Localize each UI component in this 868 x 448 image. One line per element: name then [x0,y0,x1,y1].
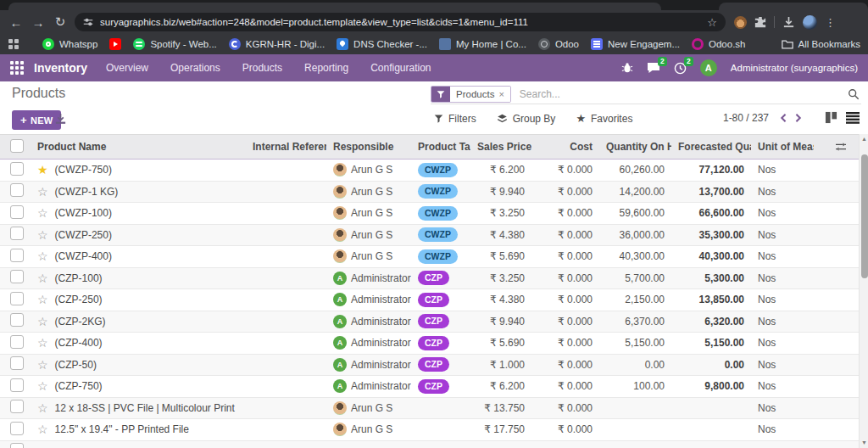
app-name[interactable]: Inventory [34,61,87,75]
header-cost[interactable]: Cost [531,141,599,153]
header-forecasted-quantity[interactable]: Forecasted Quantity [671,141,751,153]
scrollbar-thumb[interactable] [861,154,868,278]
table-row[interactable]: ☆ (CZP-2KG) A Administrator CZP ₹ 9.940 … [0,311,859,333]
profile-avatar[interactable] [803,15,817,30]
row-checkbox[interactable] [10,249,24,262]
bookmark-my-home[interactable]: My Home | Co... [439,38,526,50]
favorite-star-icon[interactable]: ☆ [37,186,48,198]
vertical-scrollbar[interactable]: ▲ ▼ [859,134,868,448]
table-row[interactable]: ☆ (CZP-750) A Administrator CZP ₹ 6.200 … [0,376,859,398]
bookmark-youtube[interactable] [109,38,121,50]
header-sales-price[interactable]: Sales Price [470,141,531,153]
pager-previous-icon[interactable] [779,113,787,123]
table-row[interactable]: ☆ (CWZP-100) Arun G S CWZP ₹ 3.250 ₹ 0.0… [0,203,859,225]
row-checkbox[interactable] [10,400,24,413]
menu-configuration[interactable]: Configuration [370,62,431,74]
row-checkbox[interactable] [10,227,24,240]
odoo-apps-menu-icon[interactable] [10,61,24,75]
favorite-star-icon[interactable]: ☆ [37,423,48,435]
bookmark-dns-checker[interactable]: DNS Checker -... [337,38,427,50]
select-all-checkbox[interactable] [10,139,24,153]
table-row[interactable]: ★ (CWZP-750) Arun G S CWZP ₹ 6.200 ₹ 0.0… [0,160,859,182]
extensions-puzzle-icon[interactable] [754,16,766,28]
forward-icon[interactable]: → [27,15,49,30]
row-checkbox[interactable] [10,183,24,197]
debug-bug-icon[interactable] [621,62,633,74]
table-row[interactable]: ☆ (CZP-400) A Administrator CZP ₹ 5.690 … [0,333,859,355]
menu-reporting[interactable]: Reporting [304,62,348,74]
messages-icon[interactable]: 2 [647,62,660,74]
favorite-star-icon[interactable]: ☆ [37,359,48,371]
favorites-button[interactable]: ★ Favorites [576,112,632,125]
search-input[interactable] [520,88,848,100]
user-avatar[interactable]: A [700,59,717,76]
bookmark-kgrn[interactable]: KGRN-HR - Digi... [229,38,325,50]
table-row[interactable]: ☆ (CZP-250) A Administrator CZP ₹ 4.380 … [0,289,859,311]
scroll-up-icon[interactable]: ▲ [860,134,868,144]
facet-remove-icon[interactable]: × [498,89,504,99]
header-product-tags[interactable]: Product Ta... [411,141,470,153]
monkey-extension-icon[interactable] [734,16,747,29]
menu-overview[interactable]: Overview [106,62,148,74]
table-row[interactable] [0,441,859,448]
favorite-star-icon[interactable]: ★ [37,164,48,176]
apps-grid-icon[interactable] [8,39,19,49]
favorite-star-icon[interactable]: ☆ [37,229,48,241]
table-row[interactable]: ☆ 12 x 18-SS | PVC File | Multicolour Pr… [0,398,859,420]
bookmark-odoo-sh[interactable]: Odoo.sh [692,38,745,50]
site-settings-icon[interactable] [83,17,93,27]
user-name[interactable]: Administrator (suryagraphics) [731,63,858,73]
favorite-star-icon[interactable]: ☆ [37,337,48,349]
row-checkbox[interactable] [10,378,24,392]
table-row[interactable]: ☆ (CWZP-250) Arun G S CWZP ₹ 4.380 ₹ 0.0… [0,225,859,247]
favorite-star-icon[interactable]: ☆ [37,272,48,284]
row-checkbox[interactable] [10,356,24,370]
export-download-icon[interactable] [54,113,67,126]
pager-next-icon[interactable] [794,113,803,123]
chrome-menu-icon[interactable]: ⋮ [825,16,836,29]
favorite-star-icon[interactable]: ☆ [37,316,48,328]
kanban-view-icon[interactable] [825,111,837,124]
row-checkbox[interactable] [10,335,24,349]
reload-icon[interactable]: ↻ [49,14,71,30]
table-row[interactable]: ☆ 12.5" x 19.4" - PP Printed File Arun G… [0,419,859,441]
bookmark-whatsapp[interactable]: Whatspp [42,38,97,50]
browser-tab-secondary[interactable] [719,3,868,10]
browser-tab-active[interactable] [8,3,661,10]
row-checkbox[interactable] [10,205,24,219]
favorite-star-icon[interactable]: ☆ [37,250,48,262]
row-checkbox[interactable] [10,292,24,305]
header-responsible[interactable]: Responsible [326,141,411,153]
favorite-star-icon[interactable]: ☆ [37,380,48,392]
bookmark-spotify[interactable]: Spotify - Web... [133,38,216,50]
bookmark-star-icon[interactable]: ☆ [707,16,717,29]
all-bookmarks-button[interactable]: All Bookmarks [782,39,861,49]
table-row[interactable]: ☆ (CZP-50) A Administrator CZP ₹ 1.000 ₹… [0,355,859,377]
group-by-button[interactable]: Group By [497,112,556,125]
bookmark-odoo[interactable]: Odoo [538,38,579,50]
bookmark-new-engagement[interactable]: New Engagem... [591,38,680,50]
scroll-down-icon[interactable]: ▼ [860,438,868,448]
header-product-name[interactable]: Product Name [31,141,246,153]
header-unit-of-measure[interactable]: Unit of Measure [751,141,814,153]
row-checkbox[interactable] [10,422,24,435]
favorite-star-icon[interactable]: ☆ [37,207,48,219]
address-bar[interactable]: suryagraphics.biz/web#action=248&model=p… [75,13,726,31]
table-row[interactable]: ☆ (CWZP-400) Arun G S CWZP ₹ 5.690 ₹ 0.0… [0,246,859,268]
header-quantity-on-hand[interactable]: Quantity On Hand [599,141,671,153]
row-checkbox[interactable] [10,270,24,283]
activities-clock-icon[interactable]: 2 [674,62,687,75]
filters-button[interactable]: Filters [434,112,476,125]
list-view-icon[interactable] [846,112,860,124]
downloads-icon[interactable] [782,16,795,29]
optional-columns-icon[interactable] [835,142,847,152]
favorite-star-icon[interactable]: ☆ [37,402,48,414]
header-internal-reference[interactable]: Internal Reference [246,141,326,153]
row-checkbox[interactable] [10,443,24,448]
search-icon[interactable] [848,88,860,100]
menu-operations[interactable]: Operations [170,62,220,74]
table-row[interactable]: ☆ (CWZP-1 KG) Arun G S CWZP ₹ 9.940 ₹ 0.… [0,182,859,204]
menu-products[interactable]: Products [242,62,282,74]
row-checkbox[interactable] [10,313,24,327]
table-row[interactable]: ☆ (CZP-100) A Administrator CZP ₹ 3.250 … [0,268,859,290]
